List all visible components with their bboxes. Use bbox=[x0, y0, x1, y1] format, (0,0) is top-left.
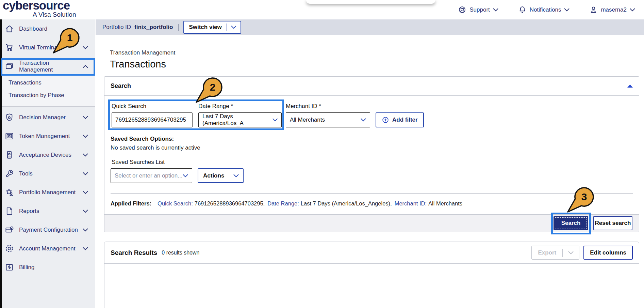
wrench-icon bbox=[5, 169, 14, 178]
sidebar-item-dashboard[interactable]: Dashboard bbox=[2, 19, 95, 38]
sidebar-item-label: Dashboard bbox=[19, 26, 47, 32]
chevron-down-icon bbox=[83, 172, 88, 175]
sidebar-item-transaction-management[interactable]: Transaction Management bbox=[2, 57, 95, 76]
portfolio-id-value: finix_portfolio bbox=[134, 24, 173, 31]
sidebar-nav: Dashboard Virtual Terminal Transaction M… bbox=[0, 19, 95, 308]
search-panel-header: Search bbox=[104, 77, 639, 96]
quick-search-input[interactable] bbox=[112, 112, 193, 127]
sidebar-item-portfolio-management[interactable]: Portfolio Management bbox=[2, 183, 95, 202]
username-label: maserna2 bbox=[601, 6, 627, 13]
search-results-title: Search Results bbox=[111, 249, 157, 257]
support-menu[interactable]: Support bbox=[458, 5, 498, 14]
brand-name: cybersource bbox=[3, 0, 76, 12]
add-filter-button[interactable]: Add filter bbox=[376, 112, 424, 127]
sidebar-item-label: Portfolio Management bbox=[19, 189, 76, 196]
chevron-down-icon[interactable] bbox=[227, 26, 241, 29]
applied-filters-label: Applied Filters: bbox=[111, 200, 151, 207]
chevron-down-icon bbox=[273, 118, 278, 122]
chevron-down-icon bbox=[83, 247, 88, 250]
notifications-menu[interactable]: Notifications bbox=[518, 5, 570, 14]
chevron-down-icon bbox=[83, 228, 88, 232]
date-range-group: Date Range * Last 7 Days (America/Los_A bbox=[198, 103, 282, 127]
applied-filter-value: Last 7 Days (America/Los_Angeles), bbox=[301, 200, 392, 207]
document-icon bbox=[5, 206, 14, 216]
card-check-icon bbox=[5, 225, 14, 234]
results-actions: Export Edit columns bbox=[531, 246, 633, 260]
vault-icon bbox=[5, 132, 14, 141]
shield-lock-icon bbox=[5, 113, 14, 122]
switch-view-label: Switch view bbox=[184, 24, 226, 31]
divider bbox=[178, 24, 179, 31]
mobile-lock-icon bbox=[5, 150, 14, 159]
sidebar-item-reports[interactable]: Reports bbox=[2, 202, 95, 220]
collapse-caret-icon[interactable] bbox=[627, 84, 633, 88]
sidebar-item-virtual-terminal[interactable]: Virtual Terminal bbox=[2, 38, 95, 57]
sidebar-item-decision-manager[interactable]: Decision Manager bbox=[2, 108, 95, 127]
app-window: cybersource A Visa Solution Support Noti… bbox=[0, 0, 644, 308]
merchant-id-select[interactable]: All Merchants bbox=[286, 112, 370, 127]
chevron-down-icon bbox=[564, 8, 569, 12]
search-panel-body: Quick Search Date Range * Last 7 Days (A… bbox=[104, 103, 639, 207]
gear-icon bbox=[5, 244, 14, 253]
sidebar-item-token-management[interactable]: Token Management bbox=[2, 127, 95, 145]
search-results-panel: Search Results 0 results shown Export Ed… bbox=[104, 242, 639, 308]
chevron-down-icon bbox=[83, 116, 88, 119]
chevron-down-icon bbox=[83, 191, 88, 194]
reset-search-button[interactable]: Reset search bbox=[593, 216, 632, 230]
sidebar-subitem-transactions[interactable]: Transactions bbox=[2, 76, 95, 89]
top-right-menu: Support Notifications maserna2 bbox=[458, 0, 635, 19]
date-range-value: Last 7 Days (America/Los_A bbox=[202, 113, 273, 127]
sidebar-item-label: Acceptance Devices bbox=[19, 152, 71, 158]
applied-filter-name: Quick Search: bbox=[158, 200, 193, 207]
sidebar-item-tools[interactable]: Tools bbox=[2, 164, 95, 183]
transaction-management-submenu: Transactions Transaction by Phase bbox=[2, 76, 95, 106]
sidebar-subitem-transaction-by-phase[interactable]: Transaction by Phase bbox=[2, 89, 95, 102]
chevron-down-icon[interactable] bbox=[229, 174, 243, 178]
life-ring-icon bbox=[458, 5, 466, 14]
sidebar-item-acceptance-devices[interactable]: Acceptance Devices bbox=[2, 145, 95, 164]
quick-search-label: Quick Search bbox=[112, 103, 193, 110]
support-label: Support bbox=[469, 6, 490, 13]
actions-button[interactable]: Actions bbox=[198, 168, 244, 183]
date-range-label: Date Range * bbox=[198, 103, 282, 110]
sidebar-divider bbox=[2, 106, 95, 107]
chevron-down-icon bbox=[183, 174, 188, 178]
sidebar-item-label: Decision Manager bbox=[19, 114, 66, 121]
chevron-down-icon bbox=[83, 210, 88, 213]
breadcrumb: Transaction Management bbox=[110, 49, 644, 56]
sidebar-item-label: Reports bbox=[19, 208, 39, 215]
portfolio-id-label: Portfolio ID bbox=[102, 24, 131, 31]
search-button[interactable]: Search bbox=[554, 216, 588, 230]
notifications-label: Notifications bbox=[530, 6, 561, 13]
applied-filters-row: Applied Filters: Quick Search: 769126528… bbox=[111, 200, 633, 207]
cart-icon bbox=[5, 43, 14, 52]
star-person-icon bbox=[5, 188, 14, 197]
saved-searches-placeholder: Select or enter an option... bbox=[115, 172, 182, 179]
date-range-select[interactable]: Last 7 Days (America/Los_A bbox=[198, 112, 282, 127]
search-results-header: Search Results 0 results shown Export Ed… bbox=[104, 242, 639, 264]
sidebar-item-label: Tools bbox=[19, 170, 33, 177]
actions-label: Actions bbox=[198, 172, 229, 179]
search-panel-title: Search bbox=[111, 82, 131, 90]
merchant-id-value: All Merchants bbox=[290, 117, 325, 123]
saved-searches-row: Select or enter an option... Actions bbox=[111, 168, 633, 183]
transaction-card-icon bbox=[5, 62, 14, 71]
subitem-label: Transaction by Phase bbox=[9, 92, 64, 99]
edit-columns-button[interactable]: Edit columns bbox=[583, 246, 633, 260]
saved-searches-select[interactable]: Select or enter an option... bbox=[111, 168, 192, 183]
switch-view-button[interactable]: Switch view bbox=[183, 21, 241, 34]
applied-filter-name: Date Range: bbox=[267, 200, 299, 207]
applied-filter-value: All Merchants bbox=[428, 200, 462, 207]
saved-search-options-label: Saved Search Options: bbox=[111, 136, 633, 142]
user-menu[interactable]: maserna2 bbox=[589, 5, 635, 14]
divider bbox=[111, 193, 633, 194]
sidebar-item-payment-configuration[interactable]: Payment Configuration bbox=[2, 220, 95, 239]
applied-filter-value: 7691265288936964703295, bbox=[195, 200, 265, 207]
results-count: 0 results shown bbox=[162, 250, 199, 256]
chevron-down-icon bbox=[563, 251, 579, 255]
sidebar-item-billing[interactable]: Billing bbox=[2, 258, 95, 277]
export-button: Export bbox=[531, 246, 579, 260]
merchant-id-label: Merchant ID * bbox=[286, 103, 370, 110]
chevron-down-icon bbox=[630, 8, 635, 12]
sidebar-item-account-management[interactable]: Account Management bbox=[2, 239, 95, 258]
